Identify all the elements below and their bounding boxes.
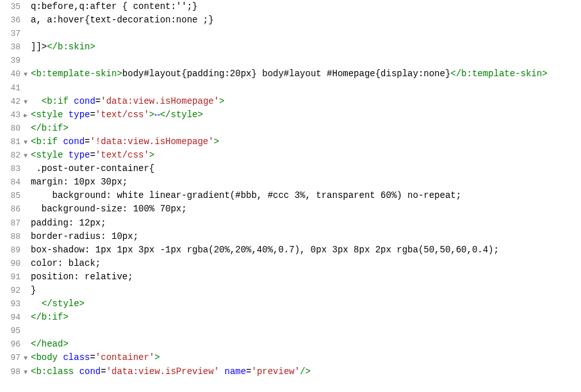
line-number: 35 <box>10 2 20 12</box>
fold-expanded-icon[interactable]: ▼ <box>22 366 29 379</box>
token-attr: type <box>69 150 90 160</box>
code-line[interactable]: margin: 10px 30px; <box>31 176 581 189</box>
code-line[interactable]: color: black; <box>31 257 581 270</box>
token-val: '!data:view.isHomepage' <box>90 136 213 147</box>
fold-expanded-icon[interactable]: ▼ <box>22 95 29 109</box>
token-text <box>69 96 74 106</box>
code-line[interactable]: <b:if cond='data:view.isHomepage'> <box>31 95 581 108</box>
token-attr: name <box>224 366 246 377</box>
token-tag: <body <box>31 352 58 363</box>
token-text: q:before,q:after { content:'';} <box>31 1 197 12</box>
code-line[interactable]: <style type='text/css'>↔</style> <box>31 108 581 122</box>
line-number: 93 <box>10 299 20 309</box>
token-attr: cond <box>79 366 101 377</box>
fold-expanded-icon[interactable]: ▼ <box>22 136 29 149</box>
code-line[interactable]: </head> <box>31 338 581 351</box>
code-line[interactable]: <b:if cond='!data:view.isHomepage'> <box>31 135 581 149</box>
code-line[interactable]: </style> <box>31 297 581 311</box>
code-line[interactable] <box>31 54 581 67</box>
code-line[interactable]: box-shadow: 1px 1px 3px -1px rgba(20%,20… <box>31 243 581 257</box>
token-tag: > <box>149 150 154 160</box>
line-number: 40 <box>10 69 20 79</box>
fold-gutter: ▼▼▶▼▼▼▼ <box>22 0 29 392</box>
token-text: box-shadow: 1px 1px 3px -1px rgba(20%,20… <box>31 245 499 255</box>
token-op: = <box>101 366 106 377</box>
token-text <box>63 150 68 160</box>
token-text: color: black; <box>31 258 101 268</box>
line-number: 91 <box>10 272 20 282</box>
line-number: 43 <box>10 110 20 120</box>
code-line[interactable]: ]]></b:skin> <box>31 40 581 54</box>
line-number: 84 <box>10 177 20 187</box>
code-line[interactable]: q:before,q:after { content:'';} <box>31 0 581 13</box>
code-line[interactable]: } <box>31 284 581 297</box>
line-number: 92 <box>10 286 20 295</box>
token-val: 'data:view.isHomepage' <box>101 96 219 106</box>
token-tag: </b:skin> <box>47 42 95 52</box>
line-number: 97 <box>10 353 20 363</box>
fold-expanded-icon[interactable]: ▼ <box>22 149 29 163</box>
line-number: 81 <box>10 137 20 147</box>
line-number: 36 <box>10 15 20 25</box>
token-tag: <style <box>31 110 63 120</box>
token-tag: > <box>219 96 224 106</box>
token-tag: > <box>214 136 219 147</box>
token-text: padding: 12px; <box>31 218 106 228</box>
fold-collapsed-icon[interactable]: ▶ <box>22 109 29 122</box>
line-number: 37 <box>10 29 20 38</box>
line-number-gutter: 3536373839404142438081828384858687888990… <box>0 0 22 392</box>
token-text: .post-outer-container{ <box>31 163 154 174</box>
token-text: ]]> <box>31 42 47 52</box>
code-line[interactable]: </b:if> <box>31 122 581 135</box>
token-text: body#layout{padding:20px} body#layout #H… <box>122 69 450 79</box>
code-line[interactable]: background-size: 100% 70px; <box>31 202 581 216</box>
token-attr: cond <box>63 136 85 147</box>
token-op: = <box>90 110 95 120</box>
token-val: 'container' <box>95 352 154 363</box>
token-tag: </head> <box>31 339 69 349</box>
code-line[interactable]: border-radius: 10px; <box>31 230 581 243</box>
token-tag: </style> <box>160 110 203 120</box>
token-tag: </b:if> <box>31 123 69 133</box>
code-line[interactable] <box>31 81 581 95</box>
code-area[interactable]: q:before,q:after { content:'';}a, a:hove… <box>29 0 581 392</box>
code-line[interactable]: .post-outer-container{ <box>31 162 581 176</box>
line-number: 83 <box>10 164 20 174</box>
code-line[interactable]: position: relative; <box>31 270 581 284</box>
token-text: border-radius: 10px; <box>31 231 138 241</box>
token-tag: <style <box>31 150 63 160</box>
code-line[interactable]: padding: 12px; <box>31 216 581 230</box>
line-number: 89 <box>10 245 20 255</box>
code-line[interactable]: <style type='text/css'> <box>31 149 581 162</box>
token-text <box>31 298 42 309</box>
code-line[interactable] <box>31 27 581 40</box>
code-line[interactable]: a, a:hover{text-decoration:none ;} <box>31 13 581 27</box>
token-tag: > <box>149 110 154 120</box>
fold-expanded-icon[interactable]: ▼ <box>22 352 29 365</box>
token-tag: > <box>154 352 160 363</box>
line-number: 80 <box>10 124 20 133</box>
line-number: 98 <box>10 367 20 377</box>
code-line[interactable]: <b:class cond='data:view.isPreview' name… <box>31 365 581 379</box>
token-text <box>63 110 68 120</box>
fold-expanded-icon[interactable]: ▼ <box>22 68 29 81</box>
token-op: = <box>90 150 95 160</box>
line-number: 39 <box>10 56 20 65</box>
token-val: 'text/css' <box>95 150 149 160</box>
token-tag: </b:if> <box>31 312 69 322</box>
token-attr: class <box>63 352 90 363</box>
code-editor[interactable]: 3536373839404142438081828384858687888990… <box>0 0 581 392</box>
line-number: 42 <box>10 97 20 106</box>
code-line[interactable]: </b:if> <box>31 311 581 324</box>
token-text <box>31 96 42 106</box>
line-number: 95 <box>10 326 20 336</box>
code-line[interactable]: <b:template-skin>body#layout{padding:20p… <box>31 67 581 81</box>
line-number: 86 <box>10 204 20 214</box>
code-line[interactable]: background: white linear-gradient(#bbb, … <box>31 189 581 202</box>
token-collapse: ↔ <box>154 110 160 120</box>
code-line[interactable] <box>31 324 581 338</box>
token-text: background-size: 100% 70px; <box>31 204 187 214</box>
code-line[interactable]: <body class='container'> <box>31 351 581 364</box>
token-tag: <b:if <box>31 136 58 147</box>
token-text: background: white linear-gradient(#bbb, … <box>31 190 461 200</box>
